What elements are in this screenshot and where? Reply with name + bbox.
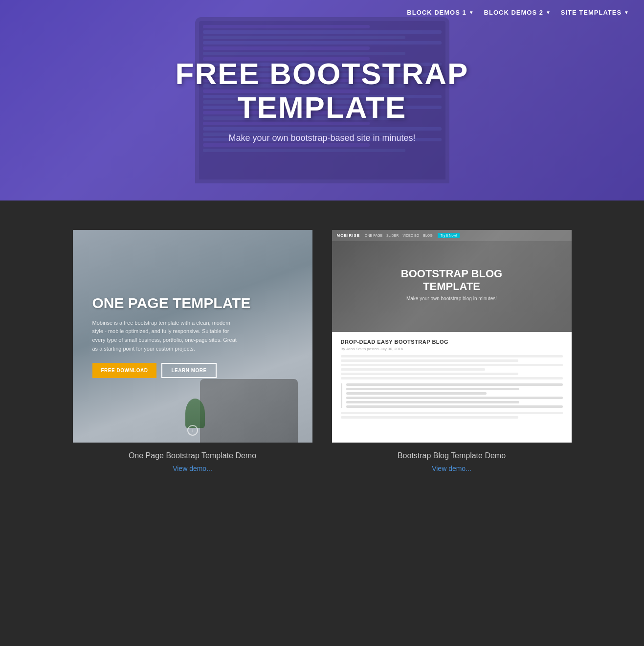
one-page-buttons: FREE DOWNLOAD LEARN MORE xyxy=(92,363,293,378)
one-page-heading: ONE PAGE TEMPLATE xyxy=(92,294,293,312)
blog-blockquote xyxy=(341,383,563,408)
nav-label-block-demos-2: BLOCK DEMOS 2 xyxy=(484,9,543,16)
nav-block-demos-1[interactable]: BLOCK DEMOS 1 ▼ xyxy=(407,9,474,16)
blog-line-8 xyxy=(341,416,518,419)
blog-post-meta: By John Smith posted July 30, 2016 xyxy=(341,347,563,351)
laptop-silhouette xyxy=(200,379,298,443)
nav-try-now-button[interactable]: Try It Now! xyxy=(438,233,460,238)
nav-one-page: ONE PAGE xyxy=(365,234,382,237)
blog-template-subtitle: Make your own bootstrap blog in minutes! xyxy=(406,296,497,301)
learn-more-button[interactable]: LEARN MORE xyxy=(161,363,216,378)
chevron-down-icon: ▼ xyxy=(624,10,629,15)
blog-line-4 xyxy=(341,368,485,371)
quote-line-1 xyxy=(346,383,563,386)
card-blog-link[interactable]: View demo... xyxy=(432,465,471,472)
nav-video-bo: VIDEO BO xyxy=(402,234,419,237)
one-page-screenshot: ONE PAGE TEMPLATE Mobirise is a free boo… xyxy=(73,230,312,443)
quote-line-4 xyxy=(346,397,563,399)
blog-nav-links: ONE PAGE SLIDER VIDEO BO BLOG xyxy=(365,234,433,237)
blog-line-7 xyxy=(341,412,563,414)
chevron-down-icon: ▼ xyxy=(546,10,551,15)
main-nav: BLOCK DEMOS 1 ▼ BLOCK DEMOS 2 ▼ SITE TEM… xyxy=(392,0,644,25)
hero-content: FREE BOOTSTRAPTEMPLATE Make your own boo… xyxy=(176,57,469,143)
free-download-button[interactable]: FREE DOWNLOAD xyxy=(92,363,157,378)
one-page-description: Mobirise is a free bootstrap template wi… xyxy=(92,319,239,353)
blog-line-1 xyxy=(341,355,563,357)
blog-template-title: BOOTSTRAP BLOGTEMPLATE xyxy=(401,267,502,293)
nav-label-block-demos-1: BLOCK DEMOS 1 xyxy=(407,9,466,16)
hero-section: FREE BOOTSTRAPTEMPLATE Make your own boo… xyxy=(0,0,644,200)
card-one-page-title: One Page Bootstrap Template Demo xyxy=(73,451,312,460)
card-blog-footer: Bootstrap Blog Template Demo View demo..… xyxy=(332,443,572,473)
blog-brand: MOBIRISE xyxy=(337,233,360,238)
hero-title: FREE BOOTSTRAPTEMPLATE xyxy=(176,57,469,124)
card-blog-title: Bootstrap Blog Template Demo xyxy=(332,451,572,460)
blog-content-preview: DROP-DEAD EASY BOOTSTRAP BLOG By John Sm… xyxy=(332,332,572,443)
nav-block-demos-2[interactable]: BLOCK DEMOS 2 ▼ xyxy=(484,9,551,16)
nav-blog: BLOG xyxy=(423,234,432,237)
blog-screenshot: MOBIRISE ONE PAGE SLIDER VIDEO BO BLOG T… xyxy=(332,230,572,443)
cards-grid: ONE PAGE TEMPLATE Mobirise is a free boo… xyxy=(39,230,605,473)
quote-line-3 xyxy=(346,392,487,395)
quote-line-6 xyxy=(346,405,563,408)
blog-line-6 xyxy=(341,377,563,379)
blog-mini-nav: MOBIRISE ONE PAGE SLIDER VIDEO BO BLOG T… xyxy=(332,230,572,241)
blog-line-2 xyxy=(341,359,518,362)
blog-line-3 xyxy=(341,364,563,366)
nav-label-site-templates: SITE TEMPLATES xyxy=(561,9,622,16)
card-blog-image: MOBIRISE ONE PAGE SLIDER VIDEO BO BLOG T… xyxy=(332,230,572,443)
blog-header: MOBIRISE ONE PAGE SLIDER VIDEO BO BLOG T… xyxy=(332,230,572,332)
card-one-page-link[interactable]: View demo... xyxy=(173,465,212,472)
blog-line-5 xyxy=(341,373,518,375)
card-one-page: ONE PAGE TEMPLATE Mobirise is a free boo… xyxy=(73,230,312,473)
quote-line-2 xyxy=(346,388,519,390)
main-content: ONE PAGE TEMPLATE Mobirise is a free boo… xyxy=(0,200,644,512)
chevron-down-icon: ▼ xyxy=(469,10,474,15)
blog-post-title: DROP-DEAD EASY BOOTSTRAP BLOG xyxy=(341,339,563,345)
hero-subtitle: Make your own bootstrap-based site in mi… xyxy=(176,133,469,143)
quote-line-5 xyxy=(346,401,519,403)
scroll-indicator: ↓ xyxy=(187,425,198,436)
plant-decoration xyxy=(185,399,205,428)
card-one-page-image: ONE PAGE TEMPLATE Mobirise is a free boo… xyxy=(73,230,312,443)
card-bootstrap-blog: MOBIRISE ONE PAGE SLIDER VIDEO BO BLOG T… xyxy=(332,230,572,473)
nav-site-templates[interactable]: SITE TEMPLATES ▼ xyxy=(561,9,629,16)
card-one-page-footer: One Page Bootstrap Template Demo View de… xyxy=(73,443,312,473)
nav-slider: SLIDER xyxy=(386,234,399,237)
